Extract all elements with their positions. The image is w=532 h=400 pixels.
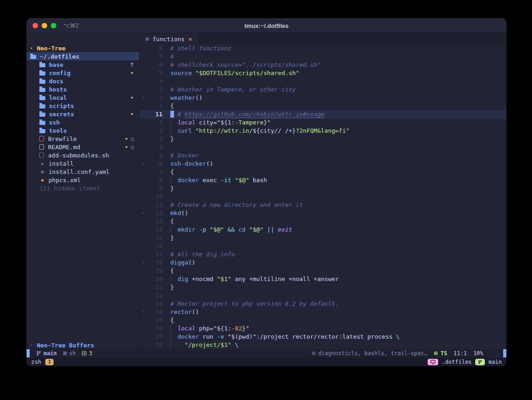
fold-column bbox=[140, 193, 147, 201]
code-line[interactable]: 26▏ local php="${1:-82}" bbox=[140, 324, 506, 333]
neotree-header[interactable]: ▾ Neo-Tree bbox=[27, 44, 139, 52]
code-line[interactable]: ▾2weather() bbox=[140, 94, 506, 102]
code-line[interactable]: 1▏ local city="${1:-Tampere}" bbox=[140, 119, 506, 127]
close-window-button[interactable] bbox=[33, 23, 38, 28]
code-line[interactable]: 22 bbox=[140, 292, 506, 300]
tree-item-ssh[interactable]: ssh bbox=[27, 118, 139, 126]
tree-item-scripts[interactable]: scripts bbox=[27, 102, 139, 110]
tree-item-install[interactable]: ★install bbox=[27, 159, 139, 168]
lsp-servers-indicator: diagnosticls, bashls, trail-spac… bbox=[311, 350, 427, 357]
tmux-window-index-badge[interactable]: 1 bbox=[45, 359, 54, 365]
code-line[interactable]: 11# Create a new directory and enter it bbox=[140, 201, 506, 209]
code-line[interactable]: 23# Rector project to php version 8.2 by… bbox=[140, 300, 506, 308]
code-line[interactable]: 8▏ docker exec -it "$@" bash bbox=[140, 176, 506, 184]
tab-functions[interactable]: functions × bbox=[140, 33, 198, 44]
code-line[interactable]: 7# bbox=[140, 53, 506, 61]
code-line[interactable]: 15} bbox=[140, 234, 506, 242]
code-line[interactable]: 10 bbox=[140, 193, 506, 201]
indent-guide: ▏ bbox=[170, 341, 174, 348]
code-line[interactable]: 25{ bbox=[140, 316, 506, 324]
code-line[interactable]: 4 bbox=[140, 143, 506, 151]
traffic-lights bbox=[27, 23, 56, 28]
fold-chevron-icon[interactable]: ▾ bbox=[140, 259, 147, 267]
code-area[interactable]: 8# shell functions7#6# shellcheck source… bbox=[140, 44, 506, 349]
fold-column bbox=[140, 242, 147, 250]
tree-item-label: secrets bbox=[49, 111, 74, 118]
code-line[interactable]: 19{ bbox=[140, 267, 506, 275]
tree-item-config[interactable]: config• bbox=[27, 69, 139, 77]
code-line[interactable]: 4 bbox=[140, 77, 506, 86]
tree-item-docs[interactable]: docs bbox=[27, 77, 139, 85]
tmux-directory-badge bbox=[428, 359, 438, 365]
line-number: 22 bbox=[147, 292, 163, 300]
fold-chevron-icon[interactable]: ▾ bbox=[140, 308, 147, 316]
tree-item-phpcs-xml[interactable]: ◆phpcs.xml bbox=[27, 176, 139, 184]
code-line[interactable]: 14▏ mkdir -p "$@" && cd "$@" || exit bbox=[140, 226, 506, 234]
tree-item-label: docs bbox=[49, 78, 63, 85]
tree-item-label: config bbox=[49, 70, 71, 76]
indent-guide: ▏ bbox=[170, 119, 174, 126]
code-line[interactable]: 1{ bbox=[140, 102, 506, 110]
tmux-right-status: .dotfiles main bbox=[428, 359, 502, 365]
code-line[interactable]: 2▏ curl "http://wttr.in/${city// /+}?2nF… bbox=[140, 127, 506, 135]
buffer-icon bbox=[146, 38, 149, 41]
code-line[interactable]: ▾18digga() bbox=[140, 259, 506, 267]
folder-icon bbox=[39, 113, 45, 117]
code-line[interactable]: 9} bbox=[140, 184, 506, 193]
fold-column bbox=[140, 86, 147, 94]
line-text: { bbox=[163, 267, 174, 275]
code-line[interactable]: 13{ bbox=[140, 217, 506, 226]
indent-guide: ▏ bbox=[170, 333, 174, 340]
fold-chevron-icon[interactable]: ▾ bbox=[140, 160, 147, 168]
tree-item-brewfile[interactable]: Brewfile•□ bbox=[27, 135, 139, 143]
code-line[interactable]: 8# shell functions bbox=[140, 44, 506, 53]
code-line[interactable]: 27▏ docker run -v "$(pwd)":/project rect… bbox=[140, 333, 506, 341]
code-line[interactable]: 5# Docker bbox=[140, 151, 506, 160]
line-text: } bbox=[163, 234, 174, 242]
code-line[interactable]: 6# shellcheck source="../scripts/shared.… bbox=[140, 61, 506, 69]
tree-item-hosts[interactable]: hosts bbox=[27, 85, 139, 93]
tree-item-local[interactable]: local• bbox=[27, 93, 139, 102]
folder-icon bbox=[39, 129, 45, 133]
tree-root-dotfiles[interactable]: ~/.dotfiles bbox=[27, 52, 139, 60]
tree-item-base[interactable]: base? bbox=[27, 60, 139, 69]
tree-item-secrets[interactable]: secrets• bbox=[27, 110, 139, 118]
fold-column bbox=[140, 151, 147, 160]
line-number: 28 bbox=[147, 341, 163, 349]
code-line[interactable]: 20▏ dig +nocmd "$1" any +multiline +noal… bbox=[140, 275, 506, 283]
fold-chevron-icon[interactable]: ▾ bbox=[140, 94, 147, 102]
line-text: # Docker bbox=[163, 151, 199, 160]
code-line[interactable]: 21} bbox=[140, 283, 506, 292]
code-line[interactable]: 7{ bbox=[140, 168, 506, 176]
code-line[interactable]: 17# All the dig info bbox=[140, 250, 506, 259]
tab-label: functions bbox=[152, 36, 185, 43]
fold-column bbox=[140, 143, 147, 151]
fold-chevron-icon[interactable]: ▾ bbox=[140, 209, 147, 217]
fold-column bbox=[140, 184, 147, 193]
gear-icon: ⚙ bbox=[39, 169, 45, 175]
git-branch-indicator[interactable]: main bbox=[36, 350, 57, 357]
code-line[interactable]: 3} bbox=[140, 135, 506, 143]
code-line[interactable]: 16 bbox=[140, 242, 506, 250]
tree-item-tools[interactable]: tools bbox=[27, 126, 139, 135]
tree-item-add-submodules-sh[interactable]: add-submodules.sh bbox=[27, 151, 139, 159]
tab-close-icon[interactable]: × bbox=[188, 36, 192, 43]
line-number: 4 bbox=[147, 77, 163, 86]
tree-item-readme-md[interactable]: README.md•□ bbox=[27, 143, 139, 151]
code-line[interactable]: 3# Weather in Tampere, or other city bbox=[140, 86, 506, 94]
code-line[interactable]: ▾24rector() bbox=[140, 308, 506, 316]
code-line[interactable]: 28▏ "/project/$1" \ bbox=[140, 341, 506, 349]
titlebar[interactable]: ⌥⌘2 tmux:~/.dotfiles bbox=[27, 18, 506, 33]
fold-column bbox=[140, 234, 147, 242]
code-line-current[interactable]: 11 # https://github.com/chubin/wttr.in#u… bbox=[140, 110, 506, 119]
code-line[interactable]: ▾12mkd() bbox=[140, 209, 506, 217]
zoom-window-button[interactable] bbox=[51, 23, 56, 28]
tree-item-install-conf-yaml[interactable]: ⚙install.conf.yaml bbox=[27, 168, 139, 176]
editor-panel: functions × 8# shell functions7#6# shell… bbox=[140, 33, 506, 349]
minimize-window-button[interactable] bbox=[42, 23, 47, 28]
git-dot-badge: • bbox=[130, 94, 134, 101]
treesitter-label: TS bbox=[440, 350, 447, 357]
code-line[interactable]: ▾6ssh-docker() bbox=[140, 160, 506, 168]
neotree-buffers-header[interactable]: ▸ Neo-Tree Buffers bbox=[27, 341, 139, 349]
code-line[interactable]: 5source "$DOTFILES/scripts/shared.sh" bbox=[140, 69, 506, 77]
